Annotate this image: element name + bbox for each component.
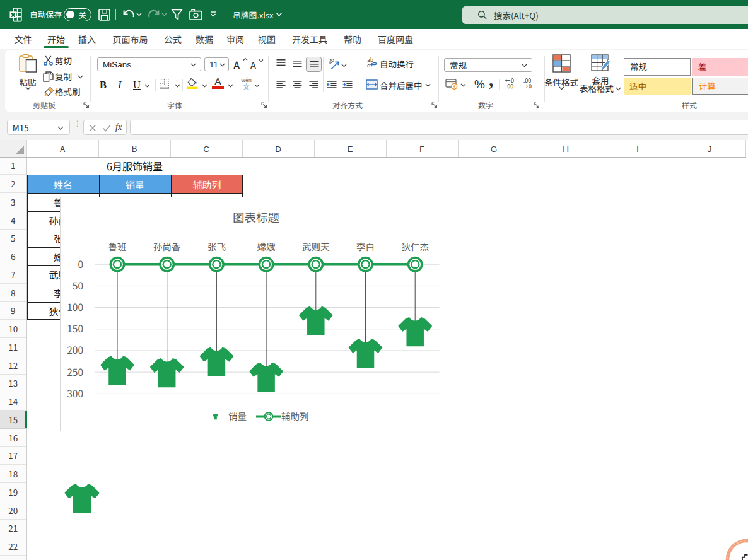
chart[interactable]: 图表标题050100150200250300鲁班孙尚香张飞嫦娥武则天李白狄仁杰销… [60, 197, 453, 431]
chart-tshirt-marker-鲁班[interactable] [100, 356, 134, 385]
italic-button[interactable]: I [118, 79, 124, 91]
chart-ring-marker-1[interactable] [159, 257, 175, 272]
orientation-dropdown-icon[interactable] [341, 64, 347, 67]
cell-style-常规[interactable]: 常规 [624, 58, 691, 76]
increase-indent-icon[interactable] [342, 81, 353, 89]
name-box-dropdown-icon[interactable] [57, 126, 64, 131]
undo-icon[interactable] [122, 8, 135, 21]
cell-header-辅助列[interactable]: 辅助列 [171, 175, 243, 193]
tshirt-shape[interactable] [64, 481, 100, 514]
orientation-icon[interactable]: ab [329, 59, 340, 71]
accounting-format-icon[interactable] [445, 79, 458, 90]
tab-公式[interactable]: 公式 [158, 29, 187, 49]
row-header-16[interactable]: 16 [0, 429, 26, 447]
row-header-12[interactable]: 12 [0, 356, 26, 375]
phonetic-dropdown-icon[interactable] [254, 84, 260, 88]
legend-sales-label[interactable]: 销量 [228, 409, 247, 423]
align-right-icon[interactable] [309, 81, 318, 89]
row-header-23[interactable]: 23 [0, 556, 26, 560]
align-middle-icon[interactable] [293, 59, 302, 67]
column-header-D[interactable]: D [243, 140, 315, 157]
tab-帮助[interactable]: 帮助 [338, 29, 367, 49]
copy-dropdown-icon[interactable] [78, 75, 83, 79]
align-left-icon[interactable] [276, 81, 286, 89]
tab-页面布局[interactable]: 页面布局 [105, 29, 156, 49]
name-box[interactable]: M15 [7, 120, 70, 136]
chart-tshirt-marker-孙尚香[interactable] [150, 358, 184, 387]
column-header-B[interactable]: B [99, 140, 171, 157]
chart-ring-marker-2[interactable] [209, 257, 225, 272]
row-header-9[interactable]: 9 [0, 302, 26, 320]
merge-center-dropdown-icon[interactable] [425, 83, 431, 87]
chart-ring-marker-0[interactable] [110, 257, 126, 272]
column-header-J[interactable]: J [674, 140, 746, 157]
underline-dropdown-icon[interactable] [144, 84, 150, 88]
tab-开发工具[interactable]: 开发工具 [284, 29, 336, 49]
save-icon[interactable] [98, 9, 110, 21]
row-header-3[interactable]: 3 [0, 193, 26, 211]
column-header-C[interactable]: C [171, 140, 243, 157]
increase-font-button[interactable]: A [233, 57, 246, 71]
row-header-19[interactable]: 19 [0, 483, 26, 501]
row-header-7[interactable]: 7 [0, 265, 26, 284]
row-header-21[interactable]: 21 [0, 520, 26, 538]
chart-tshirt-marker-嫦娥[interactable] [249, 362, 283, 391]
row-header-6[interactable]: 6 [0, 247, 26, 265]
tab-插入[interactable]: 插入 [73, 29, 102, 49]
accounting-dropdown-icon[interactable] [460, 83, 466, 87]
chart-title[interactable]: 图表标题 [233, 209, 279, 225]
search-box[interactable]: 搜索(Alt+Q) [462, 6, 748, 24]
font-dialog-launcher-icon[interactable] [261, 102, 267, 108]
cell-style-计算[interactable]: 计算 [692, 78, 748, 95]
fill-color-dropdown-icon[interactable] [202, 84, 207, 88]
tab-百度网盘[interactable]: 百度网盘 [370, 29, 421, 49]
decrease-font-button[interactable]: A [250, 58, 262, 71]
camera-icon[interactable] [189, 9, 202, 20]
format-as-table-button[interactable]: 套用 表格格式 [580, 54, 621, 93]
column-header-E[interactable]: E [315, 140, 387, 157]
phonetic-guide-button[interactable]: wén 文 [241, 77, 252, 90]
fx-label[interactable]: fx [115, 122, 122, 132]
column-header-I[interactable]: I [602, 140, 674, 157]
chart-tshirt-marker-狄仁杰[interactable] [398, 317, 432, 346]
column-header-G[interactable]: G [459, 140, 530, 157]
paste-dropdown-icon[interactable] [25, 86, 31, 90]
percent-button[interactable]: % [474, 78, 485, 91]
row-header-18[interactable]: 18 [0, 465, 26, 483]
chart-tshirt-marker-李白[interactable] [349, 339, 383, 368]
legend-aux-label[interactable]: 辅助列 [281, 409, 309, 423]
filename-dropdown-icon[interactable] [276, 12, 283, 17]
alignment-dialog-launcher-icon[interactable] [431, 102, 438, 108]
row-header-1[interactable]: 1 [0, 157, 26, 175]
filter-icon[interactable] [171, 9, 183, 20]
chart-ring-marker-5[interactable] [358, 257, 373, 272]
cancel-icon[interactable] [89, 124, 96, 132]
tab-视图[interactable]: 视图 [252, 29, 281, 49]
tab-开始[interactable]: 开始 [42, 29, 71, 49]
clipboard-dialog-launcher-icon[interactable] [83, 102, 90, 108]
row-header-17[interactable]: 17 [0, 447, 26, 465]
increase-decimal-button[interactable]: ←0 .00 [503, 78, 517, 90]
number-format-select[interactable]: 常规 [444, 58, 532, 72]
font-name-select[interactable]: MiSans [97, 57, 201, 71]
workbook-filename[interactable]: 吊牌图.xlsx [233, 9, 273, 21]
qat-more-icon[interactable] [210, 11, 216, 17]
borders-icon[interactable] [159, 78, 170, 89]
font-size-select[interactable]: 11 [204, 57, 229, 71]
row-header-15[interactable]: 15 [0, 411, 26, 429]
tab-文件[interactable]: 文件 [9, 29, 37, 49]
formula-input[interactable] [130, 120, 748, 136]
borders-dropdown-icon[interactable] [175, 84, 180, 88]
column-header-F[interactable]: F [387, 140, 459, 157]
align-bottom-button-selected[interactable] [306, 57, 322, 72]
row-header-5[interactable]: 5 [0, 230, 26, 248]
row-header-20[interactable]: 20 [0, 501, 26, 520]
row-header-10[interactable]: 10 [0, 320, 26, 338]
align-center-icon[interactable] [293, 81, 302, 89]
chart-ring-marker-6[interactable] [407, 257, 423, 272]
comma-button[interactable]: , [489, 69, 494, 90]
row-header-4[interactable]: 4 [0, 211, 26, 230]
chart-tshirt-marker-武则天[interactable] [299, 306, 333, 335]
formula-bar-handle-icon[interactable]: ⋮ [74, 121, 81, 125]
column-header-A[interactable]: A [27, 140, 99, 157]
